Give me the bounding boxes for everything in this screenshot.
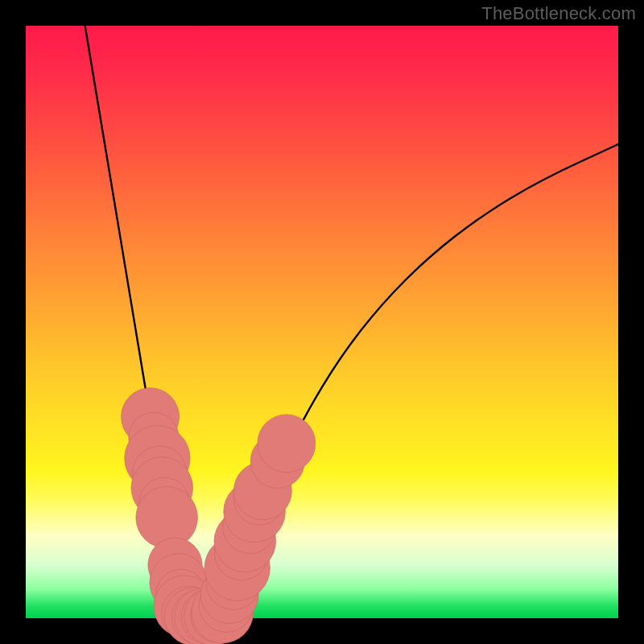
chart-plot-area [26, 26, 618, 618]
attribution-watermark: TheBottleneck.com [481, 3, 636, 24]
curve-markers [122, 388, 316, 644]
curve-marker [258, 415, 316, 473]
chart-frame: TheBottleneck.com [0, 0, 644, 644]
chart-svg [26, 26, 618, 618]
